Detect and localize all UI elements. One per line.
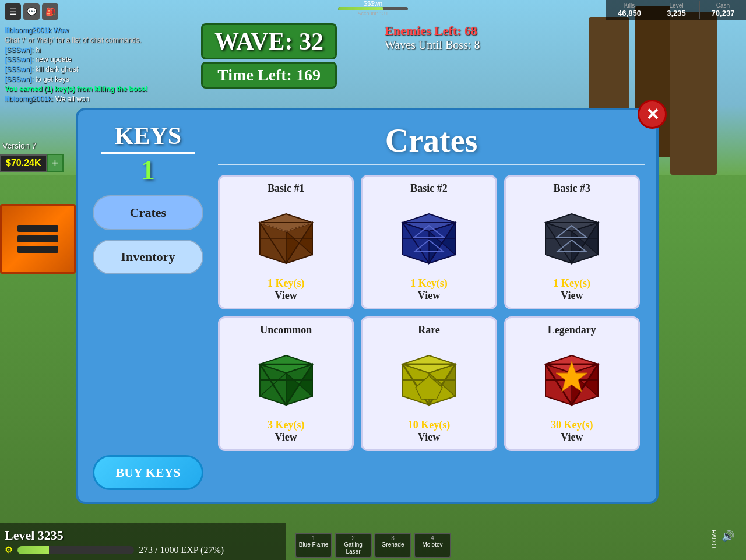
chat-line: [SSSwn]: hi — [5, 45, 188, 55]
crates-nav-button[interactable]: Crates — [93, 195, 203, 230]
divider — [218, 164, 645, 165]
bottom-hud: Level 3235 ⚙ 273 / 1000 EXP (27%) 1 Blue… — [0, 513, 746, 560]
crate-card-legendary[interactable]: Legendary 30 Key(s) — [504, 316, 640, 451]
cash-label: Cash — [709, 2, 737, 9]
slot-number: 2 — [338, 535, 368, 541]
weapon-slot-1[interactable]: 1 Blue Flame — [295, 533, 332, 558]
crate-name: Basic #3 — [554, 182, 591, 195]
crate-view-button[interactable]: View — [561, 431, 583, 443]
version-text: Version 7 — [0, 140, 64, 152]
keys-count: 1 — [101, 154, 195, 186]
crate-keys: 10 Key(s) — [408, 419, 450, 431]
top-icons: ☰ 💬 🎒 — [0, 1, 63, 22]
crate-keys: 3 Key(s) — [268, 419, 304, 431]
chat-line: [SSSwn]: new update — [5, 55, 188, 65]
crate-name: Basic #1 — [268, 182, 305, 195]
left-hud: Version 7 $70.24K + — [0, 140, 64, 172]
crates-modal: ✕ KEYS 1 Crates Inventory BUY KEYS Crate… — [76, 108, 659, 504]
weapon-slot-4[interactable]: 4 Molotov — [414, 533, 451, 558]
exp-bar — [17, 546, 134, 554]
crates-grid: Basic #1 — [218, 175, 645, 451]
exp-text: 273 / 1000 EXP (27%) — [139, 545, 224, 555]
buy-keys-button[interactable]: BUY KEYS — [93, 455, 203, 490]
crate-card-basic3[interactable]: Basic #3 — [504, 175, 640, 309]
level-stat-label: Level — [663, 2, 690, 9]
close-button[interactable]: ✕ — [638, 100, 667, 129]
crates-scroll-area[interactable]: Basic #1 — [218, 175, 645, 490]
weapon-slots: 1 Blue Flame 2 Gatling Laser 3 Grenade 4… — [293, 530, 453, 560]
slot-number: 1 — [298, 535, 329, 541]
modal-content: Crates Basic #1 — [218, 122, 645, 490]
slot-number: 4 — [417, 535, 448, 541]
crate-image-basic1 — [245, 199, 327, 275]
chat-icon[interactable]: 💬 — [23, 3, 40, 20]
exp-fill — [17, 546, 49, 554]
you-earned-message: You earned (1) key(s) from killing the b… — [5, 84, 188, 94]
crate-view-button[interactable]: View — [275, 290, 297, 302]
time-left-text: Time Left: 169 — [214, 66, 323, 84]
weapon-slot-2[interactable]: 2 Gatling Laser — [335, 533, 372, 558]
slot-number: 3 — [378, 535, 408, 541]
radio-text: RADIO — [710, 530, 717, 548]
crate-card-rare[interactable]: Rare 10 Key(s) — [361, 316, 497, 451]
chat-line: [SSSwn]: to get keys — [5, 75, 188, 84]
chat-line: lilbloomg2001k: We all won — [5, 94, 188, 104]
add-money-button[interactable]: + — [47, 154, 64, 172]
tree-decoration — [670, 12, 717, 175]
menu-lines-icon — [17, 225, 58, 253]
right-hud: RADIO 🔊 — [710, 530, 734, 548]
keys-title: KEYS — [101, 122, 195, 154]
menu-line — [17, 225, 58, 232]
account-name: $$$wn — [338, 0, 408, 7]
menu-line — [17, 246, 58, 253]
crates-title: Crates — [218, 122, 645, 159]
account-level: Account: 13+ — [338, 10, 408, 16]
level-text: Level 3235 — [5, 528, 281, 543]
slot-name: Blue Flame — [298, 541, 329, 548]
crate-keys: 1 Key(s) — [268, 277, 304, 290]
crate-card-basic2[interactable]: Basic #2 — [361, 175, 497, 309]
menu-line — [17, 235, 58, 242]
money-bar: $70.24K + — [0, 154, 64, 172]
modal-sidebar: KEYS 1 Crates Inventory BUY KEYS — [90, 122, 206, 490]
crate-view-button[interactable]: View — [418, 431, 440, 443]
time-left-box: Time Left: 169 — [201, 62, 337, 89]
crate-card-basic1[interactable]: Basic #1 — [218, 175, 354, 309]
slot-name: Grenade — [378, 541, 408, 548]
volume-icon[interactable]: 🔊 — [722, 530, 734, 548]
crate-image-legendary — [531, 341, 613, 417]
crate-image-basic3 — [531, 199, 613, 275]
cash-value: 70,237 — [709, 9, 737, 17]
kills-stat: Kills 46,850 — [606, 1, 653, 19]
top-hud: ☰ 💬 🎒 $$$wn Account: 13+ Kills 46,850 Le… — [0, 0, 746, 23]
wave-number-text: WAVE: 32 — [214, 27, 323, 55]
keys-section: KEYS 1 — [101, 122, 195, 186]
exp-icon: ⚙ — [5, 544, 13, 555]
crate-keys: 30 Key(s) — [551, 419, 593, 431]
crate-view-button[interactable]: View — [418, 290, 440, 302]
inventory-nav-button[interactable]: Inventory — [93, 240, 203, 274]
crate-name: Rare — [418, 324, 440, 336]
wave-number-box: WAVE: 32 — [201, 23, 337, 59]
account-bar: $$$wn Account: 13+ — [338, 0, 408, 16]
kills-label: Kills — [615, 2, 643, 9]
slot-name: Gatling Laser — [338, 541, 368, 555]
kills-value: 46,850 — [615, 9, 643, 17]
crate-view-button[interactable]: View — [275, 431, 297, 443]
bag-icon[interactable]: 🎒 — [42, 3, 58, 20]
crate-card-uncommon[interactable]: Uncommon 3 Key(s) — [218, 316, 354, 451]
crate-name: Uncommon — [260, 324, 312, 336]
enemies-box: Enemies Left: 68 Waves Until Boss: 8 — [385, 23, 480, 52]
enemies-left: Enemies Left: 68 — [385, 23, 480, 38]
slot-name: Molotov — [417, 541, 448, 548]
menu-icon[interactable]: ☰ — [5, 3, 21, 20]
weapon-slot-3[interactable]: 3 Grenade — [374, 533, 411, 558]
chat-line: Chat '/' or '/help' for a list of chat c… — [5, 36, 188, 45]
chat-line: lilbloomg2001k Wow — [5, 26, 188, 36]
crate-view-button[interactable]: View — [561, 290, 583, 302]
top-right-stats: Kills 46,850 Level 3,235 Cash 70,237 — [606, 0, 746, 20]
money-display: $70.24K — [0, 154, 47, 172]
chat-area: lilbloomg2001k Wow Chat '/' or '/help' f… — [0, 23, 192, 106]
crate-image-uncommon — [245, 341, 327, 417]
orange-menu[interactable] — [0, 204, 76, 274]
